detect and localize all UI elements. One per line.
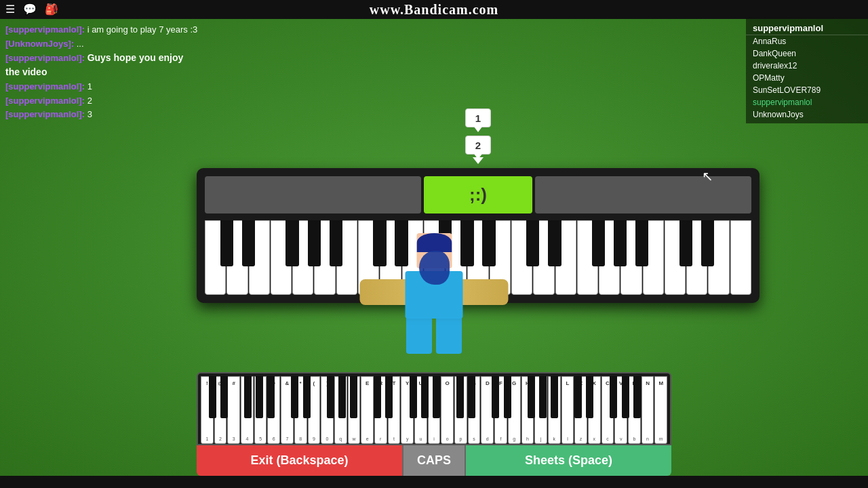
piano-panel-left: [205, 176, 421, 214]
bottom-bar: [0, 476, 868, 488]
bottom-piano-ui: !1 @2 #3 $4 %5 ^6 &7 *8 (9 )0 Qq Ww Ee R…: [197, 372, 671, 476]
chat-line-4: [suppervipmanlol]: 2: [5, 94, 198, 108]
player-item-6: UnknownJoys: [746, 108, 868, 121]
white-key-19[interactable]: [599, 220, 620, 295]
mini-wk-14[interactable]: Rr: [374, 376, 387, 444]
chat-text-3: 1: [87, 81, 92, 92]
mini-wk-30[interactable]: Xx: [588, 376, 601, 444]
white-key-5[interactable]: [292, 220, 313, 295]
mini-wk-2[interactable]: @2: [214, 376, 227, 444]
top-bar: ☰ 💬 🎒 www.Bandicam.com: [0, 0, 868, 19]
mini-wk-8[interactable]: *8: [294, 376, 307, 444]
white-key-23[interactable]: [686, 220, 707, 295]
balloon-1: 1: [465, 108, 491, 127]
mini-wk-12[interactable]: Ww: [348, 376, 361, 444]
white-key-1[interactable]: [205, 220, 226, 295]
mini-wk-15[interactable]: Tt: [388, 376, 401, 444]
mini-wk-19[interactable]: Oo: [441, 376, 454, 444]
caps-button[interactable]: CAPS: [402, 445, 466, 476]
mini-wk-32[interactable]: Vv: [614, 376, 627, 444]
bag-icon[interactable]: 🎒: [45, 3, 58, 16]
chat-username-2: [suppervipmanlol]:: [5, 53, 85, 63]
mini-wk-29[interactable]: Zz: [574, 376, 587, 444]
exit-button[interactable]: Exit (Backspace): [197, 445, 402, 476]
mini-wk-3[interactable]: #3: [227, 376, 240, 444]
mini-wk-22[interactable]: Dd: [481, 376, 494, 444]
white-key-20[interactable]: [620, 220, 642, 295]
player-item-3: OPMatty: [746, 72, 868, 84]
mini-wk-7[interactable]: &7: [281, 376, 294, 444]
mini-wk-27[interactable]: Kk: [548, 376, 561, 444]
white-key-4[interactable]: [271, 220, 292, 295]
mini-wk-26[interactable]: Jj: [534, 376, 547, 444]
leg-left: [406, 317, 432, 354]
player-item-4: SunSetLOVER789: [746, 84, 868, 96]
player-item-2: driveralex12: [746, 60, 868, 72]
chat-line-1: [UnknownJoys]: ...: [5, 37, 198, 51]
mini-wk-16[interactable]: Yy: [401, 376, 414, 444]
mini-wk-34[interactable]: Nn: [642, 376, 654, 444]
chat-line-3: [suppervipmanlol]: 1: [5, 80, 198, 94]
mini-wk-10[interactable]: )0: [321, 376, 334, 444]
mini-wk-23[interactable]: Ff: [494, 376, 507, 444]
white-key-16[interactable]: [533, 220, 554, 295]
mini-piano-container: !1 @2 #3 $4 %5 ^6 &7 *8 (9 )0 Qq Ww Ee R…: [197, 372, 671, 445]
top-icons: ☰ 💬 🎒: [5, 3, 58, 16]
white-key-21[interactable]: [643, 220, 664, 295]
arm-left: [360, 279, 411, 305]
white-key-18[interactable]: [577, 220, 598, 295]
mini-white-keys: !1 @2 #3 $4 %5 ^6 &7 *8 (9 )0 Qq Ww Ee R…: [201, 376, 667, 444]
mini-wk-9[interactable]: (9: [308, 376, 321, 444]
balloon-group: 1 2: [197, 108, 760, 164]
sheets-button[interactable]: Sheets (Space): [466, 445, 671, 476]
mini-wk-20[interactable]: Pp: [454, 376, 467, 444]
player-list-header: suppervipmanlol: [746, 22, 868, 35]
chat-username-5: [suppervipmanlol]:: [5, 109, 85, 119]
chat-icon[interactable]: 💬: [23, 3, 37, 16]
chat-text-4: 2: [87, 96, 92, 106]
chat-line-0: [suppervipmanlol]: i am going to play 7 …: [5, 23, 198, 37]
piano-top-panel: ;:): [205, 176, 751, 214]
mini-wk-17[interactable]: Uu: [414, 376, 427, 444]
menu-icon[interactable]: ☰: [5, 3, 15, 16]
mini-wk-4[interactable]: $4: [241, 376, 254, 444]
white-key-17[interactable]: [555, 220, 576, 295]
mini-wk-5[interactable]: %5: [254, 376, 267, 444]
white-key-3[interactable]: [249, 220, 270, 295]
mini-wk-6[interactable]: ^6: [267, 376, 280, 444]
chat-panel: [suppervipmanlol]: i am going to play 7 …: [0, 19, 203, 126]
white-key-25[interactable]: [730, 220, 751, 295]
white-key-7[interactable]: [336, 220, 357, 295]
white-key-15[interactable]: [511, 220, 532, 295]
player-item-0: AnnaRus: [746, 35, 868, 47]
bottom-buttons: Exit (Backspace) CAPS Sheets (Space): [197, 445, 671, 476]
white-key-6[interactable]: [314, 220, 335, 295]
mini-wk-11[interactable]: Qq: [334, 376, 347, 444]
mini-wk-25[interactable]: Hh: [521, 376, 534, 444]
mini-wk-33[interactable]: Bb: [628, 376, 641, 444]
mini-wk-31[interactable]: Cc: [601, 376, 614, 444]
mini-wk-35[interactable]: Mm: [654, 376, 667, 444]
mini-wk-13[interactable]: Ee: [361, 376, 374, 444]
mini-wk-28[interactable]: Ll: [561, 376, 574, 444]
player-item-1: DankQueen: [746, 47, 868, 60]
mini-wk-24[interactable]: Gg: [508, 376, 521, 444]
mini-wk-18[interactable]: Ii: [428, 376, 441, 444]
hair-drape: [419, 251, 450, 285]
white-key-2[interactable]: [226, 220, 248, 295]
mini-wk-21[interactable]: Ss: [468, 376, 481, 444]
character-legs: [406, 317, 462, 354]
chat-username-3: [suppervipmanlol]:: [5, 81, 85, 92]
roblox-character: [360, 271, 509, 319]
watermark: www.Bandicam.com: [370, 2, 498, 18]
chat-line-5: [suppervipmanlol]: 3: [5, 108, 198, 121]
mini-wk-1[interactable]: !1: [201, 376, 214, 444]
white-key-22[interactable]: [665, 220, 686, 295]
balloon-2-arrow: [474, 154, 482, 159]
mini-piano-keys: !1 @2 #3 $4 %5 ^6 &7 *8 (9 )0 Qq Ww Ee R…: [201, 376, 667, 444]
chat-username-0: [suppervipmanlol]:: [5, 24, 85, 35]
character-body: [406, 271, 463, 319]
chat-username-1: [UnknownJoys]:: [5, 39, 74, 49]
white-key-24[interactable]: [708, 220, 729, 295]
arm-right: [458, 279, 509, 305]
